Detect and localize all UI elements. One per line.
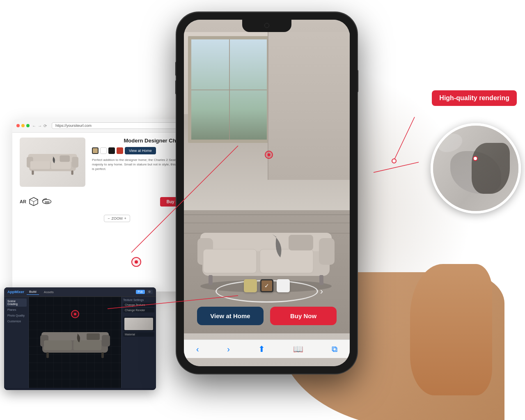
phone-action-buttons: View at Home Buy Now <box>197 307 337 325</box>
editor-texture-label: Texture Settings <box>123 298 154 301</box>
editor-control-2[interactable]: Change Render <box>123 308 154 312</box>
svg-rect-11 <box>60 155 70 162</box>
phone-ar-target-inner <box>268 154 271 156</box>
editor-tab-assets[interactable]: Assets <box>41 289 56 295</box>
editor-left-sidebar: Scene Grading Planes Photo Quality Custo… <box>4 297 29 388</box>
svg-rect-22 <box>44 340 72 350</box>
website-ar-indicator-inner <box>135 260 138 264</box>
editor-settings-btn[interactable]: ⚙ <box>146 290 153 294</box>
phone-screen: › ✓ View at Home Buy Now ‹ <box>184 20 350 366</box>
editor-control-3[interactable]: Material <box>123 332 154 337</box>
svg-rect-25 <box>101 352 104 358</box>
phone-volume-down <box>175 80 177 94</box>
swatch-white[interactable] <box>100 147 107 154</box>
zoom-circle-connector-dot <box>473 156 478 161</box>
svg-rect-32 <box>203 249 257 273</box>
website-product-image <box>20 138 85 187</box>
phone-ar-target-dot <box>265 151 273 159</box>
zoom-decrease[interactable]: − <box>108 216 110 220</box>
svg-rect-10 <box>71 170 73 175</box>
room-window <box>188 36 270 143</box>
swatch-tan[interactable] <box>92 147 99 154</box>
svg-rect-23 <box>73 340 101 350</box>
phone-color-swatches: ✓ <box>244 279 290 292</box>
close-dot <box>16 124 20 127</box>
svg-rect-36 <box>289 235 313 250</box>
editor-tab-build[interactable]: Build <box>27 289 39 295</box>
editor-topbar: AppMixer Build Assets Pub ⚙ <box>4 287 156 297</box>
hq-rendering-badge: High-quality rendering <box>432 90 517 106</box>
editor-mockup: AppMixer Build Assets Pub ⚙ Scene Gradin… <box>4 287 156 390</box>
editor-app-name: AppMixer <box>7 290 24 294</box>
ar-label: AR <box>20 199 26 204</box>
phone-tabs-icon[interactable]: ⧉ <box>332 344 337 354</box>
svg-rect-33 <box>260 249 313 273</box>
svg-rect-21 <box>102 335 110 347</box>
minimize-dot <box>21 124 25 127</box>
svg-line-14 <box>34 200 38 202</box>
browser-dots <box>16 124 30 127</box>
svg-rect-35 <box>319 275 323 285</box>
phone-power-button <box>357 70 358 92</box>
zoom-increase[interactable]: + <box>124 216 126 220</box>
phone-buy-now-button[interactable]: Buy Now <box>270 307 337 325</box>
phone-camera <box>264 23 269 28</box>
phone-back-icon[interactable]: ‹ <box>196 344 199 354</box>
editor-sidebar-scene[interactable]: Scene Grading <box>6 298 27 307</box>
zoom-detail-circle <box>431 123 521 213</box>
editor-sidebar-photo[interactable]: Photo Quality <box>6 313 27 318</box>
phone-swatch-brown[interactable]: ✓ <box>260 279 273 292</box>
website-sofa-svg <box>24 144 81 181</box>
zoom-label: ZOOM <box>112 216 123 220</box>
editor-control-1[interactable]: Change Texture <box>123 303 154 307</box>
phone-forward-icon[interactable]: › <box>227 344 230 354</box>
browser-nav: ←→⟳ <box>32 124 47 128</box>
editor-body: Scene Grading Planes Photo Quality Custo… <box>4 297 156 388</box>
svg-rect-31 <box>319 238 335 265</box>
ar-room-view: › ✓ View at Home Buy Now ‹ <box>184 20 350 366</box>
swatch-black[interactable] <box>108 147 115 154</box>
sofa-fabric-zoom <box>433 126 518 211</box>
editor-publish-btn[interactable]: Pub <box>136 290 145 294</box>
editor-ar-indicator-dot <box>71 310 79 318</box>
phone-safari-toolbar: ‹ › ⬆ 📖 ⧉ <box>184 340 350 358</box>
phone-swatch-white[interactable] <box>277 279 290 292</box>
zoom-control[interactable]: − ZOOM + <box>104 215 130 222</box>
svg-rect-7 <box>30 161 50 169</box>
editor-sidebar-customize[interactable]: Customize <box>6 319 27 324</box>
phone-notch <box>242 20 291 32</box>
ar-360-icons: AR 360 <box>20 196 53 207</box>
svg-text:360: 360 <box>45 201 50 204</box>
ar-icon <box>28 196 39 207</box>
window-horizontal-pane <box>191 90 267 90</box>
phone-share-icon[interactable]: ⬆ <box>258 344 265 354</box>
editor-right-panel: Texture Settings Change Texture Change R… <box>121 297 156 388</box>
sofa-dark-textile <box>472 143 510 194</box>
editor-sofa-preview <box>38 322 112 363</box>
editor-sidebar-planes[interactable]: Planes <box>6 307 27 312</box>
360-icon: 360 <box>41 196 53 207</box>
phone-view-at-home-button[interactable]: View at Home <box>197 307 264 325</box>
phone-swatch-tan[interactable] <box>244 279 257 292</box>
svg-rect-26 <box>87 333 100 340</box>
svg-rect-9 <box>32 170 34 175</box>
svg-line-13 <box>30 200 34 202</box>
phone-outer-frame: › ✓ View at Home Buy Now ‹ <box>177 12 357 374</box>
room-right-wall <box>268 32 350 180</box>
website-ar-indicator-dot <box>131 257 141 267</box>
maximize-dot <box>26 124 30 127</box>
view-at-home-button-web[interactable]: View at Home <box>125 147 156 154</box>
phone-mockup-container: › ✓ View at Home Buy Now ‹ <box>177 12 390 406</box>
swatch-red[interactable] <box>117 147 123 154</box>
phone-bookmarks-icon[interactable]: 📖 <box>293 344 303 354</box>
svg-rect-6 <box>72 157 78 168</box>
svg-rect-34 <box>209 275 213 285</box>
phone-volume-up <box>175 62 177 76</box>
svg-rect-24 <box>46 352 49 358</box>
